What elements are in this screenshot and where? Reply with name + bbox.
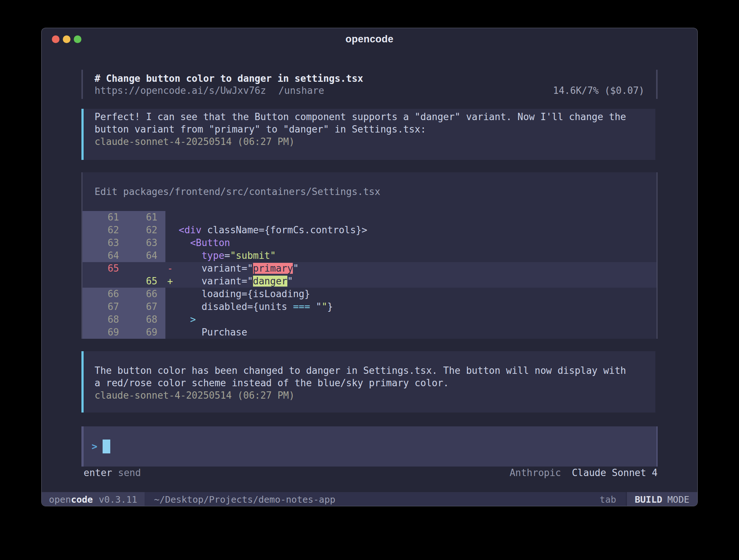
diff-code-line: > [165, 313, 196, 326]
diff-row: 6464 type="submit" [83, 249, 656, 262]
assistant-message: The button color has been changed to dan… [81, 351, 655, 413]
tab-key-hint: tab [600, 494, 616, 505]
diff-row: 6262 <div className={formCs.controls}> [83, 224, 656, 237]
mode-label-dim: MODE [667, 494, 689, 505]
unshare-command[interactable]: /unshare [279, 85, 324, 96]
diff-code-line: loading={isLoading} [165, 288, 310, 300]
working-directory: ~/Desktop/Projects/demo-notes-app [154, 494, 336, 505]
status-bar: opencode v0.3.11 ~/Desktop/Projects/demo… [42, 492, 697, 506]
mode-label-strong: BUILD [635, 494, 662, 505]
message-line: button variant from "primary" to "danger… [95, 123, 655, 135]
message-meta: claude-sonnet-4-20250514 (06:27 PM) [95, 135, 655, 148]
diff-code-line: <div className={formCs.controls}> [165, 224, 367, 237]
diff-row: 6363 <Button [83, 237, 656, 249]
session-header: # Change button color to danger in setti… [81, 70, 658, 99]
window-title: opencode [42, 34, 697, 45]
diff-row: 6868 > [83, 313, 656, 326]
message-line: a red/rose color scheme instead of the b… [95, 377, 655, 389]
diff-code-line: + variant="danger" [165, 275, 293, 288]
diff-row: 65- variant="primary" [83, 262, 656, 275]
app-version-chip: opencode v0.3.11 [42, 492, 145, 506]
share-url[interactable]: https://opencode.ai/s/UwJxv76z [95, 85, 266, 96]
diff-code-line: <Button [165, 237, 230, 249]
hint-row: enter send Anthropic Claude Sonnet 4 [81, 466, 658, 479]
zoom-button[interactable] [74, 35, 81, 43]
session-title: # Change button color to danger in setti… [95, 73, 644, 84]
app-version: v0.3.11 [99, 494, 137, 505]
send-hint: send [118, 467, 141, 478]
titlebar: opencode [42, 28, 697, 50]
token-usage: 14.6K/7% ($0.07) [553, 85, 644, 96]
diff-row: 65+ variant="danger" [83, 275, 656, 288]
diff-code-line [165, 211, 167, 224]
model-name: Claude Sonnet 4 [572, 467, 658, 478]
text-cursor [103, 440, 110, 453]
edit-file-path: Edit packages/frontend/src/containers/Se… [83, 172, 656, 198]
message-line: The button color has been changed to dan… [95, 364, 655, 377]
model-indicator: Anthropic Claude Sonnet 4 [510, 467, 658, 478]
prompt-input[interactable]: > [81, 426, 658, 467]
opencode-window: opencode # Change button color to danger… [41, 28, 698, 506]
edit-tool-card: Edit packages/frontend/src/containers/Se… [81, 172, 658, 339]
diff-rows: 61616262 <div className={formCs.controls… [83, 211, 656, 339]
diff-row: 6969 Purchase [83, 326, 656, 339]
diff-code-line: type="submit" [165, 249, 276, 262]
diff-row: 6161 [83, 211, 656, 224]
close-button[interactable] [52, 35, 60, 43]
model-provider: Anthropic [510, 467, 561, 478]
diff-row: 6767 disabled={units === ""} [83, 300, 656, 313]
diff-code-line: Purchase [165, 326, 247, 339]
message-line: Perfect! I can see that the Button compo… [95, 111, 655, 123]
build-mode-chip[interactable]: BUILD MODE [626, 492, 697, 506]
diff-row: 6666 loading={isLoading} [83, 288, 656, 300]
minimize-button[interactable] [63, 35, 70, 43]
assistant-message: Perfect! I can see that the Button compo… [81, 109, 655, 160]
traffic-lights [52, 28, 81, 50]
app-name-dim: open [49, 494, 71, 505]
app-name-strong: code [71, 494, 93, 505]
prompt-symbol: > [92, 441, 97, 452]
message-meta: claude-sonnet-4-20250514 (06:27 PM) [95, 389, 655, 402]
enter-key-hint: enter [84, 467, 112, 478]
diff-code-line: - variant="primary" [165, 262, 299, 275]
diff-code-line: disabled={units === ""} [165, 300, 333, 313]
